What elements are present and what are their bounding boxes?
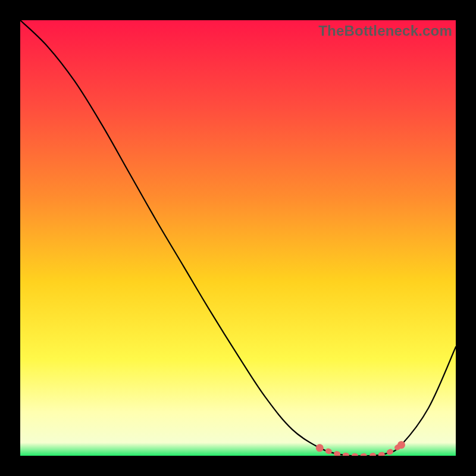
chart-frame: TheBottleneck.com	[0, 0, 476, 476]
highlight-end-dot	[397, 441, 405, 449]
gradient-background	[20, 20, 456, 456]
highlight-start-dot	[316, 444, 324, 452]
chart-svg	[20, 20, 456, 456]
plot-area: TheBottleneck.com	[20, 20, 456, 456]
watermark-text: TheBottleneck.com	[318, 23, 452, 39]
